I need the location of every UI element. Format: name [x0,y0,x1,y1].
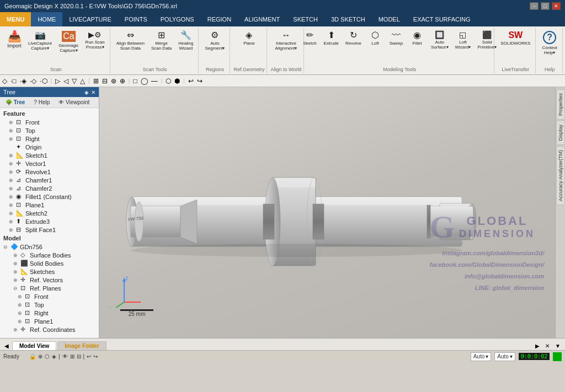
livecapture-button[interactable]: 📷 LiveCaptureCapture▾ [25,29,55,53]
run-scan-button[interactable]: ▶⚙ Run ScanProcess▾ [83,29,108,52]
tab-polygons[interactable]: POLYGONS [154,12,201,26]
tab-sketch[interactable]: SKETCH [286,12,324,26]
bottom-tab-expand[interactable]: ✕ [543,342,552,350]
status-icon-3[interactable]: ⬡ [45,353,50,359]
cmd-icon-19[interactable]: ↩ [188,77,194,85]
tree-ref-plane1[interactable]: ⊕ ⊡ Plane1 [0,317,99,325]
menu-button[interactable]: MENU [0,12,31,26]
status-icon-9[interactable]: ↪ [93,353,98,359]
tree-header-pin[interactable]: ◈ [84,89,89,95]
cmd-icon-13[interactable]: ⊕ [120,77,125,85]
bottom-tab-more[interactable]: ▼ [553,342,563,350]
status-icon-8[interactable]: ↩ [87,353,91,359]
interactive-align-button[interactable]: ↔ InteractiveAlignment▾ [273,29,300,53]
auto-dropdown-1[interactable]: Auto ▾ [471,352,492,361]
tree-extrude3[interactable]: ⊕ ⬆ Extrude3 [0,217,99,225]
extrude-button[interactable]: ⬆ Extrude [321,29,342,48]
tree-surface-bodies[interactable]: ⊕ ◇ Surface Bodies [0,251,99,259]
context-help-button[interactable]: ? ContextHelp▾ [539,29,560,57]
align-between-button[interactable]: ⇔ Align BetweenScan Data [114,29,147,53]
tree-tab-viewpoint[interactable]: 👁 Viewpoint [55,98,93,106]
tab-model[interactable]: MODEL [372,12,407,26]
status-icon-1[interactable]: 🔒 [29,353,36,359]
bottom-tab-nav-prev[interactable]: ◀ [2,342,11,350]
tree-front[interactable]: ⊕ ⊡ Front [0,118,99,126]
bottom-tab-model-view[interactable]: Model View [12,341,56,350]
minimize-button[interactable]: − [530,2,539,10]
merge-button[interactable]: ⊞ MergeScan Data [148,29,174,53]
tree-origin[interactable]: ✦ Origin [0,143,99,151]
tab-3dsketch[interactable]: 3D SKETCH [324,12,372,26]
tree-vector1[interactable]: ⊕ ✛ Vector1 [0,159,99,168]
tree-chamfer2[interactable]: ⊕ ⊿ Chamfer2 [0,184,99,192]
cmd-icon-20[interactable]: ↪ [197,77,202,85]
right-tab-properties[interactable]: Properties [556,89,565,120]
cmd-icon-9[interactable]: △ [80,77,85,85]
solidworks-button[interactable]: SW SOLIDWORKS [498,29,533,48]
tree-sketch2[interactable]: ⊕ 📐 Sketch2 [0,209,99,217]
tree-solid-bodies[interactable]: ⊕ ⬛ Solid Bodies [0,259,99,267]
auto-surface-button[interactable]: 🔲 AutoSurface▾ [428,29,451,52]
revolve-button[interactable]: ↻ Revolve [343,29,364,48]
tree-ref-planes[interactable]: ⊖ ⊡ Ref. Planes [0,284,99,292]
tree-ref-front[interactable]: ⊕ ⊡ Front [0,292,99,300]
tab-home[interactable]: HOME [31,12,62,26]
bottom-tab-nav-next[interactable]: ▶ [533,342,542,350]
maximize-button[interactable]: □ [541,2,550,10]
sweep-button[interactable]: 〰 Sweep [386,29,406,48]
right-tab-accuracy[interactable]: Accuracy Analyzer(TM) [556,146,565,205]
tree-top[interactable]: ⊕ ⊡ Top [0,126,99,135]
viewport[interactable]: VW 756 Z X Y [99,87,555,338]
status-icon-2[interactable]: ⊕ [38,353,42,359]
tree-sketches[interactable]: ⊕ 📐 Sketches [0,267,99,276]
geomagic-capture-button[interactable]: Ca GeomagicCapture▾ [56,29,81,55]
bottom-tab-image-folder[interactable]: Image Folder [57,341,106,350]
tree-ref-top[interactable]: ⊕ ⊡ Top [0,300,99,309]
cmd-icon-8[interactable]: ▽ [72,77,77,85]
tree-chamfer1[interactable]: ⊕ ⊿ Chamfer1 [0,176,99,184]
cmd-icon-14[interactable]: □ [133,77,137,85]
cmd-icon-7[interactable]: ◁ [63,77,68,85]
auto-segment-button[interactable]: ⚙ AutoSegment▾ [202,29,227,53]
cmd-icon-4[interactable]: ·◇ [30,77,36,85]
healing-button[interactable]: 🔧 HealingWizard [175,29,196,53]
tab-alignment[interactable]: ALIGNMENT [238,12,286,26]
loft-wizard-button[interactable]: ◱ LoftWizard▾ [452,29,474,52]
tree-tab-tree[interactable]: 🌳 Tree [2,98,28,106]
tree-header-close[interactable]: ✕ [91,89,95,95]
loft-button[interactable]: ⬡ Loft [365,29,385,48]
import-button[interactable]: 📥 Import [4,29,24,51]
cmd-icon-17[interactable]: ⬡ [166,77,171,85]
cmd-icon-6[interactable]: ▷ [55,77,60,85]
tree-ref-vectors[interactable]: ⊕ ✛ Ref. Vectors [0,276,99,284]
sketch-button[interactable]: ✏ Sketch [300,29,319,48]
cmd-icon-2[interactable]: ·□ [10,77,17,85]
tree-tab-help[interactable]: ? Help [30,98,53,106]
cmd-icon-18[interactable]: ⬢ [174,77,180,85]
cmd-icon-3[interactable]: ·◈ [20,77,26,85]
tree-right[interactable]: ⊕ ⊡ Right [0,135,99,143]
plane-button[interactable]: ◈ Plane [239,29,259,48]
cmd-icon-11[interactable]: ⊟ [102,77,108,85]
close-button[interactable]: ✕ [552,2,561,10]
right-tab-display[interactable]: Display [556,121,565,145]
fillet-button[interactable]: ◉ Fillet [407,29,427,48]
cmd-icon-12[interactable]: ⊛ [111,77,116,85]
tab-region[interactable]: REGION [201,12,238,26]
status-icon-6[interactable]: ⊞ [70,353,74,359]
cmd-icon-16[interactable]: — [151,77,158,85]
tree-ref-coordinates[interactable]: ⊕ ✛ Ref. Coordinates [0,325,99,334]
tab-livecapture[interactable]: LIVECAPTURE [62,12,118,26]
tree-revolve1[interactable]: ⊕ ⟳ Revolve1 [0,168,99,176]
tree-model-name[interactable]: ⊖ 🔷 GDn756 [0,243,99,251]
tree-ref-right[interactable]: ⊕ ⊡ Right [0,309,99,317]
tab-points[interactable]: POINTS [118,12,154,26]
tree-splitface1[interactable]: ⊕ ⊟ Split Face1 [0,225,99,234]
tree-plane1[interactable]: ⊕ ⊡ Plane1 [0,201,99,209]
cmd-icon-15[interactable]: ◯ [141,77,148,85]
status-icon-7[interactable]: ⊟ [77,353,81,359]
tree-sketch1[interactable]: ⊕ 📐 Sketch1 [0,151,99,159]
cmd-icon-5[interactable]: ·⬡ [40,77,47,85]
cmd-icon-1[interactable]: ◇ [2,77,7,85]
tab-exact-surfacing[interactable]: EXACT SURFACING [407,12,477,26]
